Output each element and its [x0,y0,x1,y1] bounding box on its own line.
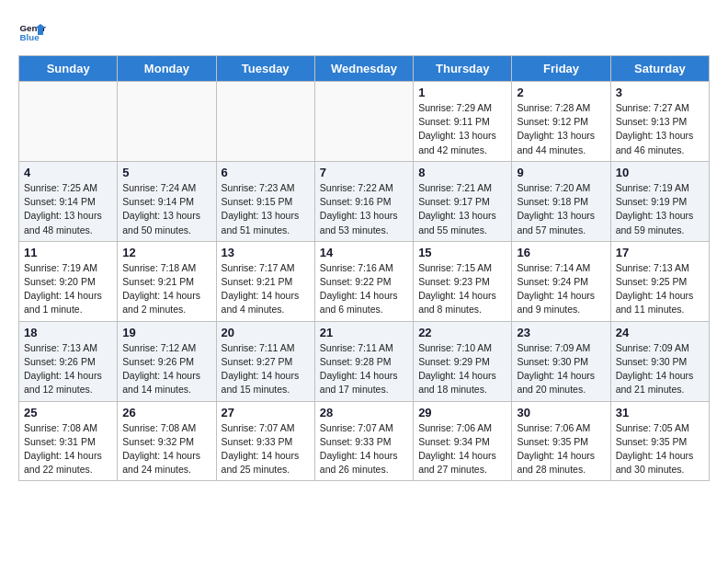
weekday-tuesday: Tuesday [216,56,314,82]
calendar-week-2: 4Sunrise: 7:25 AM Sunset: 9:14 PM Daylig… [19,161,710,241]
day-info: Sunrise: 7:11 AM Sunset: 9:28 PM Dayligh… [320,341,408,397]
day-number: 11 [24,246,112,259]
day-info: Sunrise: 7:15 AM Sunset: 9:23 PM Dayligh… [418,261,506,317]
weekday-header-row: SundayMondayTuesdayWednesdayThursdayFrid… [19,56,710,82]
calendar-cell: 13Sunrise: 7:17 AM Sunset: 9:21 PM Dayli… [216,241,314,321]
day-number: 28 [320,406,408,419]
day-info: Sunrise: 7:19 AM Sunset: 9:20 PM Dayligh… [24,261,112,317]
weekday-wednesday: Wednesday [314,56,413,82]
day-info: Sunrise: 7:11 AM Sunset: 9:27 PM Dayligh… [222,341,310,397]
day-number: 20 [222,326,310,339]
day-number: 17 [616,246,704,259]
calendar-cell: 9Sunrise: 7:20 AM Sunset: 9:18 PM Daylig… [512,161,610,241]
day-number: 26 [122,406,210,419]
day-info: Sunrise: 7:05 AM Sunset: 9:35 PM Dayligh… [616,421,704,477]
day-info: Sunrise: 7:28 AM Sunset: 9:12 PM Dayligh… [517,101,605,157]
calendar-cell: 11Sunrise: 7:19 AM Sunset: 9:20 PM Dayli… [19,241,118,321]
day-info: Sunrise: 7:16 AM Sunset: 9:22 PM Dayligh… [320,261,408,317]
day-number: 6 [222,166,310,179]
day-number: 13 [222,246,310,259]
day-number: 9 [517,166,605,179]
calendar-cell [314,82,413,162]
day-number: 18 [24,326,112,339]
day-info: Sunrise: 7:09 AM Sunset: 9:30 PM Dayligh… [616,341,704,397]
day-number: 24 [616,326,704,339]
weekday-saturday: Saturday [610,56,709,82]
logo-icon: General Blue [18,18,46,46]
calendar-table: SundayMondayTuesdayWednesdayThursdayFrid… [18,55,710,481]
weekday-sunday: Sunday [19,56,118,82]
day-number: 12 [122,246,210,259]
day-number: 5 [122,166,210,179]
day-info: Sunrise: 7:22 AM Sunset: 9:16 PM Dayligh… [320,181,408,237]
calendar-cell [118,82,216,162]
calendar-cell: 29Sunrise: 7:06 AM Sunset: 9:34 PM Dayli… [414,401,512,481]
calendar-cell: 24Sunrise: 7:09 AM Sunset: 9:30 PM Dayli… [610,321,709,401]
day-number: 3 [616,86,704,99]
svg-text:Blue: Blue [20,32,40,42]
day-number: 25 [24,406,112,419]
day-number: 27 [222,406,310,419]
calendar-cell [19,82,118,162]
calendar-cell: 31Sunrise: 7:05 AM Sunset: 9:35 PM Dayli… [610,401,709,481]
calendar-cell: 14Sunrise: 7:16 AM Sunset: 9:22 PM Dayli… [314,241,413,321]
calendar-cell: 25Sunrise: 7:08 AM Sunset: 9:31 PM Dayli… [19,401,118,481]
day-number: 29 [418,406,506,419]
day-info: Sunrise: 7:07 AM Sunset: 9:33 PM Dayligh… [320,421,408,477]
day-number: 23 [517,326,605,339]
day-number: 30 [517,406,605,419]
day-number: 2 [517,86,605,99]
calendar-cell: 19Sunrise: 7:12 AM Sunset: 9:26 PM Dayli… [118,321,216,401]
calendar-cell: 18Sunrise: 7:13 AM Sunset: 9:26 PM Dayli… [19,321,118,401]
calendar-cell: 16Sunrise: 7:14 AM Sunset: 9:24 PM Dayli… [512,241,610,321]
day-number: 14 [320,246,408,259]
calendar-cell: 21Sunrise: 7:11 AM Sunset: 9:28 PM Dayli… [314,321,413,401]
calendar-cell: 10Sunrise: 7:19 AM Sunset: 9:19 PM Dayli… [610,161,709,241]
calendar-cell: 17Sunrise: 7:13 AM Sunset: 9:25 PM Dayli… [610,241,709,321]
day-info: Sunrise: 7:27 AM Sunset: 9:13 PM Dayligh… [616,101,704,157]
day-info: Sunrise: 7:13 AM Sunset: 9:26 PM Dayligh… [24,341,112,397]
day-info: Sunrise: 7:25 AM Sunset: 9:14 PM Dayligh… [24,181,112,237]
calendar-cell: 3Sunrise: 7:27 AM Sunset: 9:13 PM Daylig… [610,82,709,162]
day-number: 21 [320,326,408,339]
calendar-cell: 28Sunrise: 7:07 AM Sunset: 9:33 PM Dayli… [314,401,413,481]
day-number: 1 [418,86,506,99]
calendar-cell: 26Sunrise: 7:08 AM Sunset: 9:32 PM Dayli… [118,401,216,481]
day-info: Sunrise: 7:19 AM Sunset: 9:19 PM Dayligh… [616,181,704,237]
calendar-cell: 15Sunrise: 7:15 AM Sunset: 9:23 PM Dayli… [414,241,512,321]
day-info: Sunrise: 7:29 AM Sunset: 9:11 PM Dayligh… [418,101,506,157]
day-number: 7 [320,166,408,179]
calendar-cell: 7Sunrise: 7:22 AM Sunset: 9:16 PM Daylig… [314,161,413,241]
calendar-cell [216,82,314,162]
day-info: Sunrise: 7:09 AM Sunset: 9:30 PM Dayligh… [517,341,605,397]
calendar-cell: 6Sunrise: 7:23 AM Sunset: 9:15 PM Daylig… [216,161,314,241]
day-info: Sunrise: 7:13 AM Sunset: 9:25 PM Dayligh… [616,261,704,317]
day-number: 10 [616,166,704,179]
day-number: 8 [418,166,506,179]
day-info: Sunrise: 7:14 AM Sunset: 9:24 PM Dayligh… [517,261,605,317]
day-number: 16 [517,246,605,259]
calendar-week-3: 11Sunrise: 7:19 AM Sunset: 9:20 PM Dayli… [19,241,710,321]
day-info: Sunrise: 7:08 AM Sunset: 9:32 PM Dayligh… [122,421,210,477]
calendar-cell: 1Sunrise: 7:29 AM Sunset: 9:11 PM Daylig… [414,82,512,162]
day-info: Sunrise: 7:24 AM Sunset: 9:14 PM Dayligh… [122,181,210,237]
day-number: 31 [616,406,704,419]
day-number: 15 [418,246,506,259]
calendar-cell: 30Sunrise: 7:06 AM Sunset: 9:35 PM Dayli… [512,401,610,481]
day-info: Sunrise: 7:10 AM Sunset: 9:29 PM Dayligh… [418,341,506,397]
weekday-monday: Monday [118,56,216,82]
calendar-week-1: 1Sunrise: 7:29 AM Sunset: 9:11 PM Daylig… [19,82,710,162]
day-info: Sunrise: 7:17 AM Sunset: 9:21 PM Dayligh… [222,261,310,317]
weekday-thursday: Thursday [414,56,512,82]
day-info: Sunrise: 7:23 AM Sunset: 9:15 PM Dayligh… [222,181,310,237]
logo: General Blue [18,18,46,46]
day-number: 4 [24,166,112,179]
day-info: Sunrise: 7:06 AM Sunset: 9:34 PM Dayligh… [418,421,506,477]
weekday-friday: Friday [512,56,610,82]
calendar-cell: 22Sunrise: 7:10 AM Sunset: 9:29 PM Dayli… [414,321,512,401]
day-info: Sunrise: 7:06 AM Sunset: 9:35 PM Dayligh… [517,421,605,477]
day-info: Sunrise: 7:08 AM Sunset: 9:31 PM Dayligh… [24,421,112,477]
day-info: Sunrise: 7:07 AM Sunset: 9:33 PM Dayligh… [222,421,310,477]
calendar-week-4: 18Sunrise: 7:13 AM Sunset: 9:26 PM Dayli… [19,321,710,401]
calendar-cell: 12Sunrise: 7:18 AM Sunset: 9:21 PM Dayli… [118,241,216,321]
